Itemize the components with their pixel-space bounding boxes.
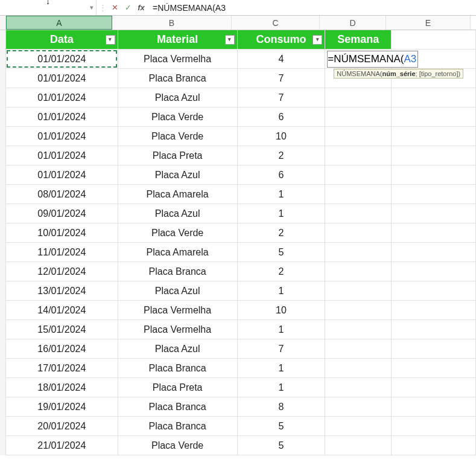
cell-material[interactable]: Placa Branca <box>118 69 238 88</box>
cell-semana[interactable] <box>325 165 392 185</box>
header-material[interactable]: Material ▾ <box>118 30 238 50</box>
cell-data[interactable]: 10/01/2024 <box>6 223 118 243</box>
row-header[interactable] <box>0 262 6 281</box>
cell-consumo[interactable]: 6 <box>238 165 326 185</box>
cell-data[interactable]: 15/01/2024 <box>6 320 118 339</box>
cell-semana[interactable] <box>325 262 392 281</box>
cell-material[interactable]: Placa Vermelha <box>118 50 238 69</box>
row-header[interactable] <box>0 436 6 455</box>
row-header[interactable] <box>0 397 6 417</box>
cell-empty[interactable] <box>392 262 476 281</box>
row-header[interactable] <box>0 243 6 262</box>
select-all-corner[interactable] <box>0 16 6 30</box>
cell-consumo[interactable]: 6 <box>238 107 326 127</box>
cell-material[interactable]: Placa Amarela <box>118 185 238 204</box>
cell-consumo[interactable]: 5 <box>238 417 326 436</box>
cell-consumo[interactable]: 7 <box>238 88 326 107</box>
cell-empty[interactable] <box>392 223 476 243</box>
cell-empty[interactable] <box>392 378 476 397</box>
cell-data[interactable]: 08/01/2024 <box>6 185 118 204</box>
cell-semana[interactable] <box>325 301 392 320</box>
cell-material[interactable]: Placa Amarela <box>118 243 238 262</box>
cell-empty[interactable] <box>392 436 476 455</box>
cell-semana[interactable] <box>325 127 392 146</box>
filter-button[interactable]: ▾ <box>313 35 322 45</box>
active-formula-edit[interactable]: =NÚMSEMANA(A3 <box>327 51 418 68</box>
accept-formula-button[interactable]: ✓ <box>122 2 133 14</box>
formula-input[interactable]: =NÚMSEMANA(A3 <box>149 3 476 13</box>
cell-empty[interactable] <box>392 301 476 320</box>
cell-semana[interactable] <box>325 397 392 417</box>
cell-material[interactable]: Placa Branca <box>118 397 238 417</box>
cell-material[interactable]: Placa Azul <box>118 339 238 359</box>
cell-consumo[interactable]: 7 <box>238 339 326 359</box>
cell-empty[interactable] <box>392 339 476 359</box>
cell-data[interactable]: 01/01/2024 <box>6 165 118 185</box>
cell-material[interactable]: Placa Azul <box>118 165 238 185</box>
row-header[interactable] <box>0 30 6 50</box>
cell-empty[interactable] <box>392 397 476 417</box>
cell-material[interactable]: Placa Verde <box>118 127 238 146</box>
cell-data[interactable]: 21/01/2024 <box>6 436 118 455</box>
cell-material[interactable]: Placa Verde <box>118 436 238 455</box>
cell-material[interactable]: Placa Vermelha <box>118 301 238 320</box>
filter-button[interactable]: ▾ <box>106 35 115 45</box>
empty-header[interactable] <box>392 30 476 50</box>
cancel-formula-button[interactable]: ✕ <box>109 2 120 14</box>
cell-consumo[interactable]: 1 <box>238 281 326 301</box>
cell-consumo[interactable]: 4 <box>238 50 326 69</box>
row-header[interactable] <box>0 359 6 378</box>
header-data[interactable]: Data ▾ <box>6 30 118 50</box>
cell-semana[interactable] <box>325 243 392 262</box>
cell-semana[interactable] <box>325 378 392 397</box>
column-header-D[interactable]: D <box>320 16 386 30</box>
cell-empty[interactable] <box>392 107 476 127</box>
cell-data[interactable]: 18/01/2024 <box>6 378 118 397</box>
cell-data[interactable]: 01/01/2024 <box>6 127 118 146</box>
row-header[interactable] <box>0 50 6 69</box>
cell-consumo[interactable]: 5 <box>238 436 326 455</box>
cell-data[interactable]: 19/01/2024 <box>6 397 118 417</box>
cell-data[interactable]: 09/01/2024 <box>6 204 118 223</box>
row-header[interactable] <box>0 204 6 223</box>
column-header-B[interactable]: B <box>112 16 232 30</box>
chevron-down-icon[interactable]: ▾ <box>90 4 94 11</box>
cell-material[interactable]: Placa Azul <box>118 281 238 301</box>
cell-empty[interactable] <box>392 320 476 339</box>
cell-semana[interactable] <box>325 281 392 301</box>
cell-semana[interactable] <box>325 223 392 243</box>
cell-data[interactable]: 01/01/2024 <box>6 88 118 107</box>
cell-data[interactable]: 12/01/2024 <box>6 262 118 281</box>
cell-material[interactable]: Placa Branca <box>118 359 238 378</box>
cell-consumo[interactable]: 1 <box>238 320 326 339</box>
column-header-A[interactable]: A <box>6 16 112 30</box>
cell-semana[interactable] <box>325 320 392 339</box>
cell-consumo[interactable]: 1 <box>238 185 326 204</box>
row-header[interactable] <box>0 378 6 397</box>
row-header[interactable] <box>0 417 6 436</box>
cell-semana[interactable] <box>325 88 392 107</box>
cell-material[interactable]: Placa Preta <box>118 146 238 165</box>
cell-empty[interactable] <box>392 146 476 165</box>
cell-data[interactable]: 14/01/2024 <box>6 301 118 320</box>
cell-consumo[interactable]: 1 <box>238 204 326 223</box>
row-header[interactable] <box>0 223 6 243</box>
cell-data[interactable]: 01/01/2024 <box>6 146 118 165</box>
cell-data[interactable]: 20/01/2024 <box>6 417 118 436</box>
column-header-E[interactable]: E <box>386 16 471 30</box>
header-consumo[interactable]: Consumo ▾ <box>238 30 326 50</box>
cell-consumo[interactable]: 1 <box>238 378 326 397</box>
cell-semana[interactable] <box>325 107 392 127</box>
cell-material[interactable]: Placa Azul <box>118 204 238 223</box>
cell-semana[interactable]: =NÚMSEMANA(A3NÚMSEMANA(núm_série; [tipo_… <box>325 50 392 69</box>
cell-consumo[interactable]: 10 <box>238 127 326 146</box>
cell-data[interactable]: 17/01/2024 <box>6 359 118 378</box>
fx-icon[interactable]: fx <box>136 2 147 14</box>
cell-empty[interactable] <box>392 88 476 107</box>
cell-semana[interactable] <box>325 436 392 455</box>
row-header[interactable] <box>0 107 6 127</box>
cell-consumo[interactable]: 2 <box>238 262 326 281</box>
row-header[interactable] <box>0 320 6 339</box>
cell-material[interactable]: Placa Branca <box>118 262 238 281</box>
cell-data[interactable]: 01/01/2024 <box>6 50 118 69</box>
